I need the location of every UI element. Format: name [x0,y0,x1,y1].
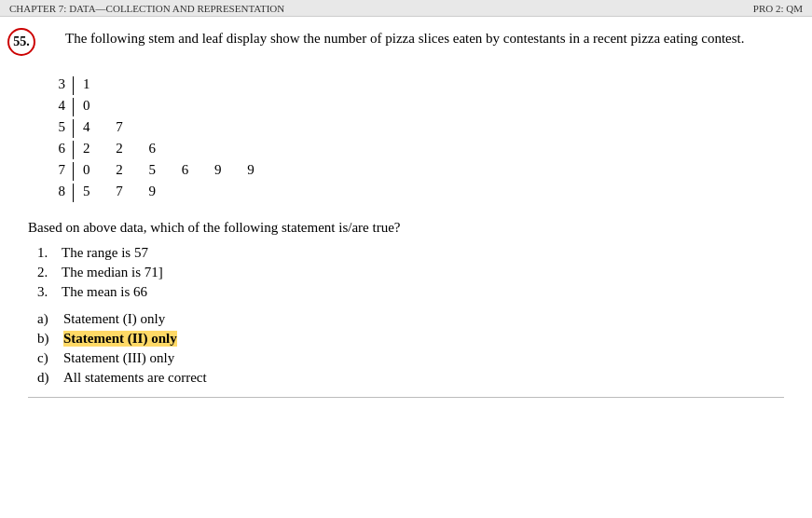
based-on-text: Based on above data, which of the follow… [28,220,784,236]
option-item: a)Statement (I) only [37,311,784,327]
stem-leaf-row: 54 7 [47,119,266,138]
statement-text: The median is 71] [62,265,163,280]
stem-cell: 8 [47,184,73,199]
chapter-title: CHAPTER 7: DATA—COLLECTION AND REPRESENT… [9,3,284,14]
stem-leaf-row: 40 [47,98,266,116]
stem-cell: 3 [47,76,73,92]
leaf-cell: 1 [83,76,158,92]
stem-cell: 4 [47,98,73,114]
stem-cell: 6 [47,141,73,157]
option-item: b)Statement (II) only [37,331,784,347]
stem-divider [73,162,74,181]
stem-cell: 5 [47,119,73,135]
stem-leaf-row: 62 2 6 [47,141,266,159]
option-text: Statement (II) only [63,331,177,347]
option-text: Statement (I) only [63,311,165,327]
statement-item: 2.The median is 71] [37,265,784,280]
option-letter: c) [37,350,56,366]
stem-leaf-row: 85 7 9 [47,184,266,202]
options-list: a)Statement (I) onlyb)Statement (II) onl… [37,311,784,386]
leaf-cell: 0 [83,98,158,114]
statement-number: 2. [37,265,54,280]
stem-divider [73,184,74,202]
question-text: The following stem and leaf display show… [65,28,784,49]
question-block: 55. The following stem and leaf display … [28,28,784,49]
statement-number: 1. [37,245,54,261]
option-letter: d) [37,370,56,386]
option-text: Statement (III) only [63,350,174,366]
statement-text: The mean is 66 [62,284,147,300]
option-letter: b) [37,331,56,347]
page-label: PRO 2: QM [753,3,803,14]
option-item: c)Statement (III) only [37,350,784,366]
option-text: All statements are correct [63,370,207,386]
top-bar: CHAPTER 7: DATA—COLLECTION AND REPRESENT… [0,0,812,17]
stem-divider [73,76,74,95]
stem-divider [73,119,74,138]
statement-item: 1.The range is 57 [37,245,784,261]
stem-leaf-row: 31 [47,76,266,95]
stem-divider [73,98,74,116]
stem-divider [73,141,74,159]
leaf-cell: 2 2 6 [83,141,167,157]
stem-leaf-table: 314054 762 2 670 2 5 6 9 985 7 9 [47,74,266,205]
statement-number: 3. [37,284,54,300]
divider-line [28,397,784,398]
stem-leaf-row: 70 2 5 6 9 9 [47,162,266,181]
option-item: d)All statements are correct [37,370,784,386]
stem-cell: 7 [47,162,73,178]
page-content: 55. The following stem and leaf display … [0,17,812,416]
statements-list: 1.The range is 572.The median is 71]3.Th… [37,245,784,300]
leaf-cell: 0 2 5 6 9 9 [83,162,266,178]
leaf-cell: 5 7 9 [83,184,167,199]
statement-item: 3.The mean is 66 [37,284,784,300]
question-number-badge: 55. [7,28,35,56]
statement-text: The range is 57 [62,245,148,261]
option-letter: a) [37,311,56,327]
leaf-cell: 4 7 [83,119,158,135]
